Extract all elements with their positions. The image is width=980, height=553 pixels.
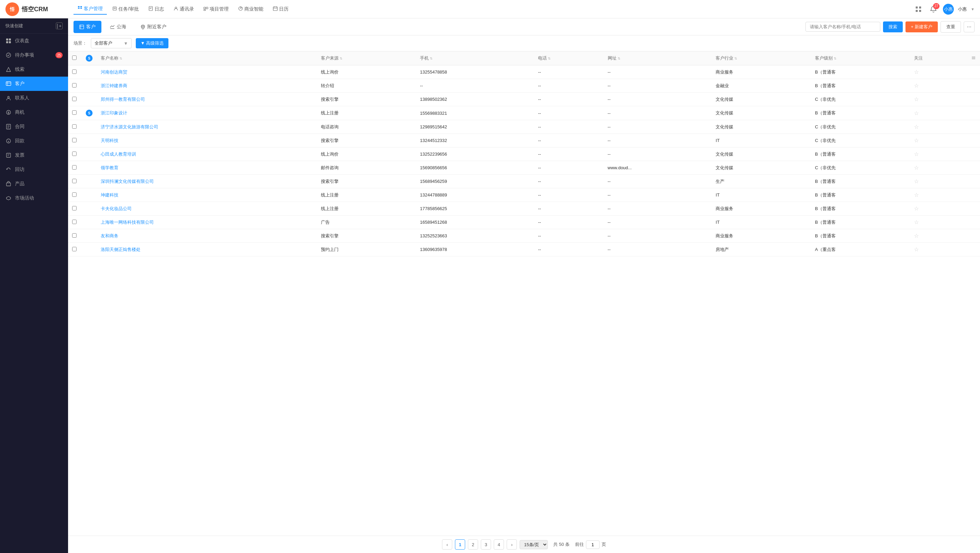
row-checkbox-cell[interactable] <box>68 106 82 120</box>
star-icon[interactable]: ☆ <box>914 206 919 212</box>
page-4-button[interactable]: 4 <box>494 539 504 550</box>
sidebar-item-customer[interactable]: 客户 <box>0 76 68 91</box>
tab-sea[interactable]: 公海 <box>104 21 132 33</box>
nav-item-contacts[interactable]: 通讯录 <box>169 4 198 14</box>
row-checkbox-cell[interactable] <box>68 65 82 79</box>
star-icon[interactable]: ☆ <box>914 124 919 130</box>
row-star[interactable]: ☆ <box>910 106 967 120</box>
sidebar-item-invoice[interactable]: 发票 <box>0 148 68 163</box>
customer-link[interactable]: 深圳抖澜文化传媒有限公司 <box>101 179 154 184</box>
sort-arrows-mobile[interactable]: ⇅ <box>430 57 433 60</box>
avatar-name[interactable]: 小惠 <box>958 6 967 12</box>
row-checkbox-cell[interactable] <box>68 215 82 229</box>
th-phone[interactable]: 电话 ⇅ <box>534 51 603 65</box>
row-checkbox[interactable] <box>72 247 76 251</box>
customer-link[interactable]: 友和商务 <box>101 233 118 238</box>
row-customer-name[interactable]: 友和商务 <box>97 229 317 243</box>
nav-item-task[interactable]: 任务/审批 <box>108 4 143 14</box>
sidebar-item-contract[interactable]: 合同 <box>0 120 68 134</box>
row-checkbox[interactable] <box>72 206 76 210</box>
nav-item-bi[interactable]: 商业智能 <box>234 4 267 14</box>
row-star[interactable]: ☆ <box>910 134 967 147</box>
customer-link[interactable]: 浙江印象设计 <box>101 110 127 115</box>
row-checkbox[interactable] <box>72 97 76 101</box>
nav-item-log[interactable]: 日志 <box>144 4 168 14</box>
row-customer-name[interactable]: 深圳抖澜文化传媒有限公司 <box>97 175 317 188</box>
sort-arrows-phone[interactable]: ⇅ <box>548 57 550 60</box>
th-mobile[interactable]: 手机 ⇅ <box>416 51 534 65</box>
row-star[interactable]: ☆ <box>910 188 967 202</box>
notification-button[interactable]: 27 <box>928 4 939 14</box>
page-jump-input[interactable] <box>586 540 600 549</box>
row-checkbox[interactable] <box>72 70 76 74</box>
tab-nearby[interactable]: 附近客户 <box>135 21 172 33</box>
row-checkbox[interactable] <box>72 233 76 238</box>
row-star[interactable]: ☆ <box>910 175 967 188</box>
page-2-button[interactable]: 2 <box>468 539 478 550</box>
sort-arrows-name[interactable]: ⇅ <box>119 57 122 60</box>
star-icon[interactable]: ☆ <box>914 137 919 143</box>
row-checkbox-cell[interactable] <box>68 147 82 161</box>
row-customer-name[interactable]: 洛阳天侧正灿售楼处 <box>97 243 317 257</box>
row-checkbox[interactable] <box>72 83 76 88</box>
row-star[interactable]: ☆ <box>910 229 967 243</box>
row-customer-name[interactable]: 坤建科技 <box>97 188 317 202</box>
customer-link[interactable]: 洛阳天侧正灿售楼处 <box>101 247 140 252</box>
row-checkbox-cell[interactable] <box>68 161 82 175</box>
nav-item-customer-mgmt[interactable]: 客户管理 <box>73 4 107 14</box>
row-star[interactable]: ☆ <box>910 79 967 92</box>
row-customer-name[interactable]: 领学教育 <box>97 161 317 175</box>
row-star[interactable]: ☆ <box>910 65 967 79</box>
page-1-button[interactable]: 1 <box>455 539 465 550</box>
sidebar-item-contacts[interactable]: 联系人 <box>0 91 68 105</box>
row-checkbox-cell[interactable] <box>68 92 82 106</box>
star-icon[interactable]: ☆ <box>914 110 919 116</box>
sort-arrows-industry[interactable]: ⇅ <box>734 57 737 60</box>
search-input[interactable] <box>805 22 880 32</box>
row-customer-name[interactable]: 浙江钟建券商 <box>97 79 317 92</box>
th-level[interactable]: 客户级别 ⇅ <box>811 51 910 65</box>
row-star[interactable]: ☆ <box>910 92 967 106</box>
customer-link[interactable]: 河南创达商贸 <box>101 70 127 75</box>
row-checkbox-cell[interactable] <box>68 79 82 92</box>
star-icon[interactable]: ☆ <box>914 178 919 184</box>
prev-page-button[interactable]: ‹ <box>442 539 452 550</box>
row-checkbox-cell[interactable] <box>68 134 82 147</box>
star-icon[interactable]: ☆ <box>914 192 919 198</box>
page-3-button[interactable]: 3 <box>481 539 491 550</box>
new-customer-button[interactable]: + 新建客户 <box>905 21 938 32</box>
star-icon[interactable]: ☆ <box>914 83 919 89</box>
customer-link[interactable]: 济宁济水源文化旅游有限公司 <box>101 124 158 129</box>
row-checkbox[interactable] <box>72 124 76 129</box>
th-col-config[interactable] <box>967 51 980 65</box>
row-customer-name[interactable]: 心田成人教育培训 <box>97 147 317 161</box>
row-checkbox-cell[interactable] <box>68 202 82 215</box>
star-icon[interactable]: ☆ <box>914 69 919 75</box>
nav-item-project[interactable]: 项目管理 <box>199 4 233 14</box>
row-checkbox[interactable] <box>72 138 76 142</box>
avatar-chevron[interactable]: ▼ <box>971 7 975 11</box>
star-icon[interactable]: ☆ <box>914 96 919 102</box>
row-checkbox-cell[interactable] <box>68 243 82 257</box>
row-customer-name[interactable]: 郑州得一教育有限公司 <box>97 92 317 106</box>
row-checkbox[interactable] <box>72 179 76 183</box>
sidebar-item-marketing[interactable]: 市场活动 <box>0 191 68 206</box>
customer-link[interactable]: 浙江钟建券商 <box>101 83 127 88</box>
star-icon[interactable]: ☆ <box>914 247 919 252</box>
row-checkbox-cell[interactable] <box>68 175 82 188</box>
quick-create-button[interactable]: 快速创建 | + <box>0 18 68 34</box>
sidebar-item-revisit[interactable]: 回访 <box>0 163 68 177</box>
advanced-filter-button[interactable]: ▼ 高级筛选 <box>136 38 169 48</box>
row-star[interactable]: ☆ <box>910 215 967 229</box>
sidebar-item-opportunity[interactable]: $ 商机 <box>0 105 68 120</box>
more-options-button[interactable]: ··· <box>964 21 975 32</box>
reset-button[interactable]: 查重 <box>940 21 961 33</box>
sidebar-item-payment[interactable]: ¥ 回款 <box>0 134 68 148</box>
row-star[interactable]: ☆ <box>910 202 967 215</box>
nav-item-calendar[interactable]: 日历 <box>269 4 293 14</box>
row-checkbox[interactable] <box>72 110 76 115</box>
star-icon[interactable]: ☆ <box>914 233 919 239</box>
th-source[interactable]: 客户来源 ⇅ <box>317 51 416 65</box>
row-checkbox-cell[interactable] <box>68 229 82 243</box>
row-checkbox-cell[interactable] <box>68 120 82 134</box>
